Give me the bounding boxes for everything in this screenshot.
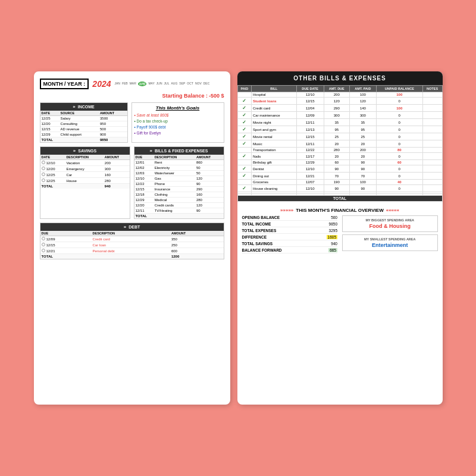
savings-row: 12/20 Emergency 300 bbox=[40, 166, 130, 172]
table-row: ✓ Sport and gym 12/13 95 95 0 bbox=[237, 126, 442, 133]
savings-section: » SAVINGS DATE DESCRIPTION AMOUNT 12/10 bbox=[40, 146, 130, 219]
table-row: ✓ Music 12/11 20 20 0 bbox=[237, 140, 442, 148]
goals-title: This Month's Goals bbox=[134, 105, 221, 111]
debt-table: DUE DESCRIPTION AMOUNT 12/09 Credit card… bbox=[40, 231, 224, 259]
month-year-label: MONTH / YEAR : bbox=[40, 79, 89, 89]
debt-box: » DEBT DUE DESCRIPTION AMOUNT 12/09 bbox=[40, 223, 224, 259]
table-row: ✓ Credit card 12/04 290 140 100 bbox=[237, 105, 442, 112]
bills-row: 12/10Gas120 bbox=[134, 176, 224, 181]
debt-header: » DEBT bbox=[40, 223, 224, 231]
income-col-amount: AMOUNT bbox=[99, 111, 127, 116]
smallest-spending-box: MY SMALLEST SPENDING AREA Entertainment bbox=[342, 234, 438, 251]
biggest-spending-label: MY BIGGEST SPENDING AREA bbox=[345, 218, 435, 222]
income-row: 12/29 Child support 900 bbox=[40, 132, 127, 137]
income-row: 12/15 AD revenue 500 bbox=[40, 127, 127, 132]
table-row: ✓ House cleaning 12/10 90 90 0 bbox=[237, 185, 442, 192]
starting-balance: Starting Balance : -500 $ bbox=[40, 93, 224, 99]
bills-row: 12/22Phone90 bbox=[134, 181, 224, 187]
other-bills-table: PAID BILL DUE DATE AMT. DUE AMT. PAID UN… bbox=[237, 85, 443, 202]
biggest-spending-box: MY BIGGEST SPENDING AREA Food & Housing bbox=[342, 215, 438, 232]
month-jul: JUL bbox=[164, 82, 170, 86]
table-row: ✓ Movie night 12/11 35 35 0 bbox=[237, 119, 442, 126]
month-apr: APR bbox=[138, 82, 147, 86]
debt-row: 12/21 Personal debt 600 bbox=[40, 248, 224, 254]
bills-row: 12/20Credit cards120 bbox=[134, 203, 224, 208]
month-nov: NOV bbox=[195, 82, 202, 86]
debt-row: 12/15 Car loan 250 bbox=[40, 242, 224, 248]
ov-total-income: TOTAL INCOME 9850 bbox=[242, 222, 338, 227]
month-may: MAY bbox=[148, 82, 154, 86]
overview-grid: OPENING BALANCE 500 TOTAL INCOME 9850 TO… bbox=[242, 215, 438, 255]
month-aug: AUG bbox=[171, 82, 177, 86]
income-section: » INCOME DATE SOURCE AMOUNT 12/25 bbox=[40, 102, 128, 143]
savings-row: 12/10 Vacation 200 bbox=[40, 160, 130, 166]
savings-row: 12/25 House 280 bbox=[40, 178, 130, 184]
month-sep: SEP bbox=[179, 82, 185, 86]
pages-container: MONTH / YEAR : 2024 JAN FEB MAR APR MAY … bbox=[22, 60, 455, 416]
income-col-source: SOURCE bbox=[60, 111, 99, 116]
right-page-header: OTHER BILLS & EXPENSES bbox=[237, 71, 443, 85]
smallest-spending-value: Entertainment bbox=[345, 242, 435, 248]
col-notes: NOTES bbox=[422, 86, 442, 92]
income-row: 12/20 Consulting 950 bbox=[40, 121, 127, 127]
col-amt-due: AMT. DUE bbox=[324, 86, 349, 92]
table-row: Birthday gift 12/29 60 90 60 bbox=[237, 160, 442, 165]
bills-section: » BILLS & FIXED EXPENSES DUE DESCRIPTION… bbox=[134, 146, 224, 219]
biggest-spending-value: Food & Housing bbox=[345, 223, 435, 229]
months-row: JAN FEB MAR APR MAY JUN JUL AUG SEP OCT … bbox=[115, 82, 210, 86]
goal-3: Payoff 900$ debt bbox=[134, 125, 221, 129]
ov-difference: DIFFERENCE 1605 bbox=[242, 235, 338, 240]
goal-4: Gift for Evelyn bbox=[134, 131, 221, 135]
table-row: Transportation 12/22 280 200 80 bbox=[237, 148, 442, 153]
bills-row: 12/29Medical280 bbox=[134, 198, 224, 203]
financial-overview: »»»»» THIS MONTH'S FINANCIAL OVERVIEW ««… bbox=[237, 202, 443, 258]
goals-section: This Month's Goals Save at least 800$ Do… bbox=[131, 102, 224, 143]
table-row: ✓ Movie rental 12/15 25 25 0 bbox=[237, 133, 442, 140]
month-dec: DEC bbox=[203, 82, 210, 86]
bills-total-row: TOTAL bbox=[134, 214, 224, 219]
table-row: ✓ Dentist 12/10 90 90 0 bbox=[237, 165, 442, 173]
col-paid: PAID bbox=[237, 86, 252, 92]
bills-row: 12/18Clothing160 bbox=[134, 192, 224, 198]
income-header: » INCOME bbox=[40, 103, 127, 111]
table-row: Groceries 12/07 190 100 40 bbox=[237, 180, 442, 185]
income-total-row: TOTAL 9850 bbox=[40, 137, 127, 143]
month-jan: JAN bbox=[115, 82, 120, 86]
table-row: ✓ Nails 12/17 20 20 0 bbox=[237, 153, 442, 160]
bills-table: DUE DESCRIPTION AMOUNT 12/01Rent860 12/0… bbox=[134, 155, 224, 218]
savings-table: DATE DESCRIPTION AMOUNT 12/10 Vacation 2… bbox=[40, 155, 130, 189]
income-row: 12/25 Salary 3500 bbox=[40, 116, 127, 121]
year-value: 2024 bbox=[92, 79, 111, 89]
col-unpaid: UNPAID BALANCE bbox=[376, 86, 422, 92]
savings-bills-row: » SAVINGS DATE DESCRIPTION AMOUNT 12/10 bbox=[40, 146, 224, 219]
col-amt-paid: AMT. PAID bbox=[349, 86, 376, 92]
left-page: MONTH / YEAR : 2024 JAN FEB MAR APR MAY … bbox=[34, 71, 230, 405]
table-row-total: TOTAL bbox=[237, 196, 442, 202]
table-row: ✓ Student loans 12/15 120 120 0 bbox=[237, 98, 442, 105]
month-feb: FEB bbox=[122, 82, 128, 86]
bills-row: 12/11TV/Heating90 bbox=[134, 208, 224, 214]
bills-row: 12/01Rent860 bbox=[134, 160, 224, 165]
month-mar: MAR bbox=[130, 82, 136, 86]
ov-total-savings: TOTAL SAVINGS 940 bbox=[242, 242, 338, 247]
overview-right: MY BIGGEST SPENDING AREA Food & Housing … bbox=[342, 215, 438, 255]
savings-header: » SAVINGS bbox=[40, 147, 130, 155]
income-goals-row: » INCOME DATE SOURCE AMOUNT 12/25 bbox=[40, 102, 224, 143]
month-year-row: MONTH / YEAR : 2024 JAN FEB MAR APR MAY … bbox=[40, 79, 224, 89]
col-due-date: DUE DATE bbox=[296, 86, 324, 92]
savings-row: 12/25 Car 160 bbox=[40, 172, 130, 178]
right-page: OTHER BILLS & EXPENSES PAID BILL DUE DAT… bbox=[237, 71, 443, 405]
bills-row: 12/03Water/sewer50 bbox=[134, 171, 224, 176]
ov-opening-balance: OPENING BALANCE 500 bbox=[242, 215, 338, 221]
debt-section: » DEBT DUE DESCRIPTION AMOUNT 12/09 bbox=[40, 223, 224, 259]
table-row: ✓ Car maintenance 12/09 300 300 0 bbox=[237, 112, 442, 119]
income-table: DATE SOURCE AMOUNT 12/25 Salary 3500 12/… bbox=[40, 111, 127, 142]
table-row: Hospital 12/10 200 100 100 bbox=[237, 92, 442, 98]
bills-row: 12/15Insurance290 bbox=[134, 187, 224, 192]
goal-2: Do a tax check-up bbox=[134, 119, 221, 123]
bills-header: » BILLS & FIXED EXPENSES bbox=[134, 147, 224, 155]
goal-1: Save at least 800$ bbox=[134, 113, 221, 117]
overview-left: OPENING BALANCE 500 TOTAL INCOME 9850 TO… bbox=[242, 215, 338, 255]
ov-balance-forward: BALANCE FORWARD 665 bbox=[242, 248, 338, 253]
overview-title: »»»»» THIS MONTH'S FINANCIAL OVERVIEW ««… bbox=[242, 208, 438, 213]
